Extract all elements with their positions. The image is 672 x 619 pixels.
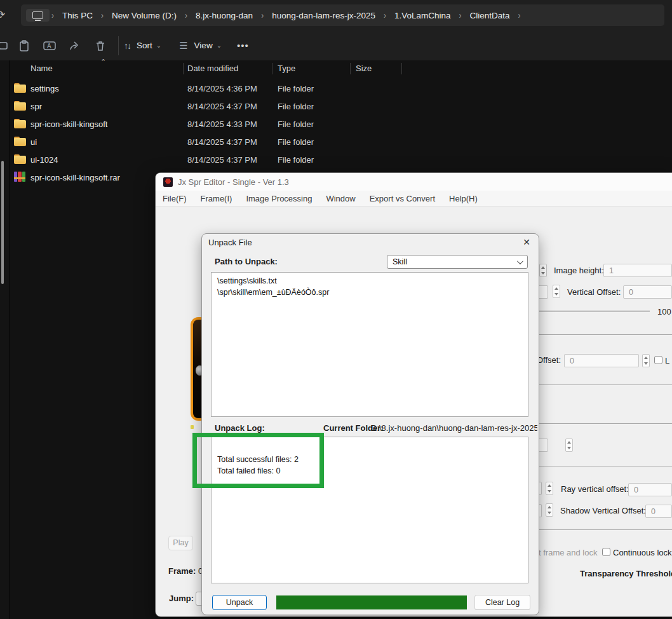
spinner[interactable] xyxy=(553,285,560,298)
menu-export-vs-convert[interactable]: Export vs Convert xyxy=(363,194,442,203)
rename-icon[interactable]: A xyxy=(37,35,62,57)
chevron-right-icon: › xyxy=(50,10,56,21)
column-header-date[interactable]: Date modified xyxy=(187,64,238,73)
spinner[interactable] xyxy=(546,482,553,495)
dropdown-selected-value: Skill xyxy=(393,257,407,266)
spinner[interactable] xyxy=(539,264,547,277)
frame-label: Frame: xyxy=(168,566,196,576)
paste-icon[interactable] xyxy=(11,35,37,57)
offset-field[interactable]: 0 xyxy=(564,354,639,367)
file-date: 8/14/2025 4:33 PM xyxy=(187,119,257,129)
lock-checkbox[interactable] xyxy=(654,356,662,364)
folder-icon xyxy=(14,154,26,164)
group-divider xyxy=(537,384,672,385)
toolbar-divider xyxy=(118,36,119,55)
vertical-offset-label: Vertical Offset: xyxy=(567,287,621,297)
folder-icon xyxy=(14,119,26,128)
column-divider[interactable] xyxy=(401,63,402,74)
group-divider xyxy=(537,423,672,424)
unpack-button[interactable]: Unpack xyxy=(212,595,267,610)
vertical-offset-field[interactable]: 0 xyxy=(623,285,672,299)
chevron-right-icon: › xyxy=(99,10,105,21)
menu-window[interactable]: Window xyxy=(319,194,362,203)
continuous-lock-label: Continuous lock xyxy=(613,548,672,557)
breadcrumb[interactable]: › This PC › New Volume (D:) › 8.jx-huong… xyxy=(21,4,664,26)
current-folder-value: D:\8.jx-huong-dan\huong-dan-lam-res-jx-2… xyxy=(371,423,537,433)
ray-vertical-offset-field[interactable]: 0 xyxy=(628,483,672,496)
path-to-unpack-label: Path to Unpack: xyxy=(215,257,278,266)
app-icon xyxy=(163,177,173,187)
refresh-icon[interactable]: ⟳ xyxy=(0,8,5,22)
file-name: ui-1024 xyxy=(30,155,58,165)
folder-icon xyxy=(14,83,26,93)
breadcrumb-drive[interactable]: New Volume (D:) xyxy=(105,11,183,20)
column-header-row: ⌃ Name Date modified Type Size xyxy=(10,60,672,77)
file-path-list[interactable]: \settings\skills.txt \spr\skill\em\em_±ù… xyxy=(211,272,528,417)
close-icon[interactable]: ✕ xyxy=(523,237,530,247)
clear-log-button[interactable]: Clear Log xyxy=(474,595,530,610)
breadcrumb-folder-4[interactable]: ClientData xyxy=(464,11,516,20)
file-type: File folder xyxy=(278,102,314,111)
breadcrumb-folder-1[interactable]: 8.jx-huong-dan xyxy=(189,11,259,20)
file-type: File folder xyxy=(278,155,314,165)
share-icon[interactable] xyxy=(62,35,88,57)
spinner[interactable] xyxy=(642,354,650,367)
column-header-name[interactable]: Name xyxy=(30,64,53,73)
slider-max-label: 100 xyxy=(657,307,671,316)
chevron-right-icon: › xyxy=(457,10,464,21)
monitor-icon xyxy=(32,11,43,19)
sort-button[interactable]: Sort xyxy=(137,41,152,50)
table-row[interactable]: ui-1024 8/14/2025 4:37 PM File folder xyxy=(10,151,672,169)
unpack-path-dropdown[interactable]: Skill xyxy=(387,255,528,269)
spinner[interactable] xyxy=(565,439,573,452)
cut-icon[interactable] xyxy=(0,35,11,57)
menu-frame[interactable]: Frame(I) xyxy=(194,194,239,203)
file-path-line: \spr\skill\em\em_±ùÐÄèóÒô.spr xyxy=(212,287,528,298)
breadcrumb-this-pc[interactable]: This PC xyxy=(56,11,99,20)
continuous-lock-checkbox[interactable] xyxy=(602,548,610,556)
folder-icon xyxy=(14,101,26,111)
group-divider xyxy=(537,466,672,466)
delete-icon[interactable] xyxy=(88,35,113,57)
file-name: ui xyxy=(30,137,37,147)
this-pc-icon-button[interactable] xyxy=(26,9,50,22)
spinner[interactable] xyxy=(546,503,553,517)
view-dropdown-chevron-icon: ⌄ xyxy=(217,42,222,49)
file-path-line: \settings\skills.txt xyxy=(212,275,528,287)
window-title: Jx Spr Editor - Single - Ver 1.3 xyxy=(178,177,289,187)
column-divider[interactable] xyxy=(350,63,351,74)
column-header-size[interactable]: Size xyxy=(356,64,372,73)
table-row[interactable]: settings 8/14/2025 4:36 PM File folder xyxy=(10,80,672,98)
chevron-right-icon: › xyxy=(183,10,189,21)
shadow-vertical-offset-label: Shadow Vertical Offset: xyxy=(560,506,646,515)
address-bar: ⟳ › This PC › New Volume (D:) › 8.jx-huo… xyxy=(0,0,672,31)
menu-file[interactable]: File(F) xyxy=(156,194,194,203)
file-type: File folder xyxy=(278,137,314,147)
breadcrumb-folder-3[interactable]: 1.VoLamChina xyxy=(388,11,457,20)
image-height-field[interactable]: 1 xyxy=(603,264,672,277)
breadcrumb-folder-2[interactable]: huong-dan-lam-res-jx-2025 xyxy=(265,11,382,20)
play-button[interactable]: Play xyxy=(168,536,193,550)
shadow-vertical-offset-field[interactable]: 0 xyxy=(645,505,672,518)
menu-help[interactable]: Help(H) xyxy=(442,194,485,203)
sort-icon: ↑↓ xyxy=(124,41,130,51)
view-button[interactable]: View xyxy=(194,41,213,50)
column-header-type[interactable]: Type xyxy=(278,64,295,73)
jump-label: Jump: xyxy=(169,594,194,603)
editor-titlebar[interactable]: Jx Spr Editor - Single - Ver 1.3 xyxy=(156,173,672,191)
chevron-right-icon: › xyxy=(516,10,523,21)
table-row[interactable]: ui 8/14/2025 4:37 PM File folder xyxy=(10,133,672,151)
chevron-right-icon: › xyxy=(259,10,265,21)
chevron-down-icon xyxy=(517,258,523,264)
column-divider[interactable] xyxy=(272,63,272,74)
sort-ascending-icon: ⌃ xyxy=(100,58,106,66)
table-row[interactable]: spr-icon-skill-kingsoft 8/14/2025 4:33 P… xyxy=(10,116,672,133)
zoom-slider[interactable] xyxy=(538,310,650,312)
left-scrollbar-thumb[interactable] xyxy=(1,161,4,284)
table-row[interactable]: spr 8/14/2025 4:37 PM File folder xyxy=(10,98,672,116)
more-options-button[interactable]: ••• xyxy=(237,40,249,51)
group-divider xyxy=(537,529,672,530)
column-divider[interactable] xyxy=(183,63,184,74)
explorer-toolbar: A ↑↓ Sort ⌄ ☰ View ⌄ ••• xyxy=(0,31,672,60)
menu-image-processing[interactable]: Image Processing xyxy=(239,194,319,203)
